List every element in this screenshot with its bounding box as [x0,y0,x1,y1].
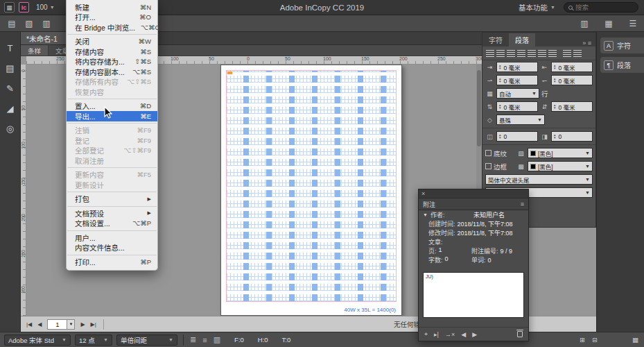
tab-paragraph[interactable]: 段落 [509,33,535,46]
document-page[interactable]: 40W x 35L = 1400(0) [220,65,402,316]
arrange-documents-icon[interactable]: ☰ [627,18,638,29]
grid-align-dropdown[interactable]: 自动▼ [496,88,539,99]
note-anchor-icon[interactable]: ⌖ [424,330,428,338]
next-page-icon[interactable]: ▶ [80,321,85,328]
menu-item-12[interactable]: 导出...⌘E [67,111,157,121]
stepper-icon[interactable] [498,134,501,139]
font-family-dropdown[interactable]: Adobe 宋体 Std▼ [4,335,71,346]
menu-item-6[interactable]: 将内容存储为...⇧⌘S [67,57,157,67]
menu-item-28[interactable]: 内容文件信息... [67,243,157,253]
justify-last-right-icon[interactable] [538,50,546,57]
border-checkbox[interactable] [485,163,491,169]
stepper-icon[interactable] [553,104,556,110]
eyedropper-tool[interactable]: ◢ [3,102,18,116]
menu-item-11[interactable]: 置入...⌘D [67,101,157,112]
shading-color-dropdown[interactable]: [黑色]▼ [528,148,593,158]
align-away-spine-icon[interactable] [573,50,582,57]
view-options-icon[interactable]: ▥ [579,18,590,29]
hanging-punct-dropdown[interactable]: 悬殊▼ [496,115,545,125]
prev-page-icon[interactable]: ◀ [37,321,42,328]
open-document-icon[interactable]: ▧ [24,18,35,29]
alignment-button-row [482,46,595,60]
font-size-dropdown[interactable]: 12 点▼ [75,335,112,346]
collapse-panel-icon[interactable]: » ≡ [582,40,595,46]
stepper-icon[interactable] [498,65,501,70]
document-tab[interactable]: *未命名-1 [21,32,68,44]
menu-item-30[interactable]: 打印...⌘P [67,257,157,267]
kinsoku-dropdown[interactable]: 简体中文避头尾▼ [485,174,593,185]
search-field[interactable] [564,2,638,12]
screen-mode-icon[interactable]: ▦ [603,18,614,29]
stepper-icon[interactable] [553,134,556,139]
new-document-icon[interactable]: ▤ [6,18,17,29]
grid-chars-field[interactable]: 0 [496,131,538,142]
dock-panel-0[interactable]: A字符 [600,37,644,53]
menu-item-27[interactable]: 用户... [67,232,157,243]
space-before-field[interactable]: 0 毫米 [496,101,538,112]
search-input[interactable] [575,3,631,11]
zoom-tool[interactable]: ◎ [3,122,18,136]
prev-note-icon[interactable]: ◀ [461,331,466,338]
stepper-icon[interactable] [498,104,501,110]
first-page-icon[interactable]: |◀ [26,321,32,328]
scrollbar-thumb[interactable] [477,70,481,146]
close-icon[interactable]: × [421,190,425,197]
justify-last-left-icon[interactable] [517,50,525,57]
space-after-field[interactable]: 0 毫米 [551,101,593,112]
panel-menu-icon[interactable]: ≡ [521,201,524,208]
go-to-note-anchor-icon[interactable]: ▸| [434,331,439,338]
menu-item-1[interactable]: 打开...⌘O [67,12,157,23]
pencil-tool[interactable]: ✎ [3,82,18,96]
expand-note-icon[interactable]: →× [445,331,455,338]
grid-lines-field[interactable]: 0 [551,131,593,142]
first-line-indent-field[interactable]: 0 毫米 [496,75,538,85]
space-before-icon: ⇅ [485,103,494,110]
workspace-switcher[interactable]: 基本功能▼ [519,2,555,12]
character-format-icon[interactable]: ≡ [202,336,207,344]
menu-item-label: 用户... [75,232,96,243]
justify-all-icon[interactable] [548,50,557,57]
menu-item-22[interactable]: 打包▶ [67,194,157,205]
last-page-icon[interactable]: ▶| [91,321,96,328]
split-window-icon[interactable]: ▦ [632,336,638,344]
app-frame-icon[interactable]: ▦ [4,2,15,12]
menu-item-24[interactable]: 文档预设▶ [67,208,157,219]
menu-item-4[interactable]: 关闭⌘W [67,37,157,47]
stepper-icon[interactable] [553,65,556,70]
paragraph-format-icon[interactable]: ≣ [190,335,196,344]
zoom-level-control[interactable]: 100▼ [36,3,55,11]
chevron-down-icon: ▼ [585,190,590,195]
delete-note-icon[interactable] [517,331,523,337]
save-icon[interactable]: ▥ [41,18,52,29]
leading-dropdown[interactable]: 单倍间距▼ [116,335,177,346]
align-center-icon[interactable] [496,50,505,57]
view-tab-0[interactable]: 条样 [21,45,49,56]
shading-checkbox[interactable] [485,150,491,156]
notes-tab[interactable]: 附注 [423,200,435,209]
note-content-area[interactable]: JU) [423,272,524,318]
menu-item-25[interactable]: 文档设置...⌥⌘P [67,219,157,229]
right-indent-field[interactable]: 0 毫米 [551,62,593,72]
note-tool[interactable]: ▤ [3,62,18,76]
page-number-dropdown[interactable]: 1 ▼ [47,319,75,330]
menu-item-7[interactable]: 存储内容副本...⌥⌘S [67,67,157,77]
align-left-icon[interactable] [486,50,494,57]
tab-character[interactable]: 字符 [482,33,509,46]
next-note-icon[interactable]: ▶ [472,331,477,338]
stepper-icon[interactable] [498,78,501,83]
justify-last-center-icon[interactable] [528,50,536,57]
left-indent-field[interactable]: 0 毫米 [496,62,538,72]
dock-panel-1[interactable]: ¶段落 [600,57,644,73]
type-tool[interactable]: T [3,42,18,56]
align-towards-spine-icon[interactable] [563,50,571,57]
menu-item-5[interactable]: 存储内容⌘S [67,46,157,57]
fit-view-icon[interactable]: ⊞ [580,336,585,344]
align-right-icon[interactable] [507,50,515,57]
last-line-indent-field[interactable]: 0 毫米 [551,75,593,85]
menu-item-2[interactable]: 在 Bridge 中浏览...⌥⌘O [67,22,157,33]
menu-item-0[interactable]: 新建⌘N [67,2,157,12]
stepper-icon[interactable] [553,78,556,83]
chevron-down-icon[interactable]: ▼ [423,212,428,217]
border-color-dropdown[interactable]: [黑色]▼ [528,161,593,171]
two-up-view-icon[interactable]: ⊟ [592,336,598,344]
